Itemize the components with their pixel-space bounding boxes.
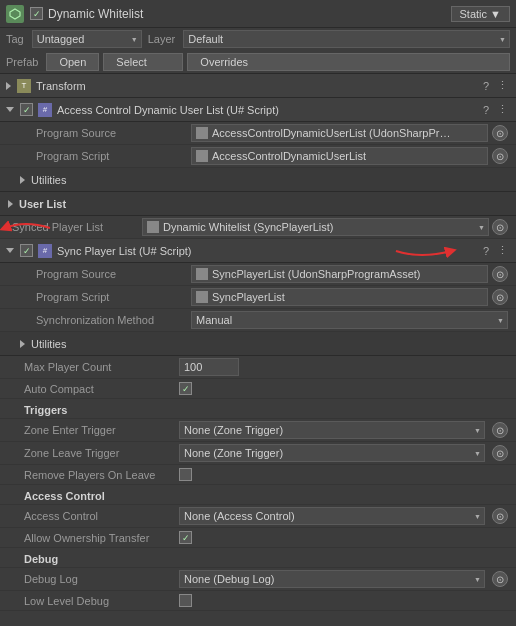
circle-btn-synced[interactable]: ⊙ <box>492 219 508 235</box>
triangle-icon-util1 <box>20 176 25 184</box>
prop-max-player: Max Player Count 100 <box>0 356 516 379</box>
static-dropdown[interactable]: Static ▼ <box>451 6 510 22</box>
prop-allow-ownership: Allow Ownership Transfer <box>0 528 516 548</box>
section-utilities-1[interactable]: Utilities <box>0 168 516 192</box>
circle-btn-zone-enter[interactable]: ⊙ <box>492 422 508 438</box>
low-level-debug-checkbox[interactable] <box>179 594 192 607</box>
program-source-text-1: AccessControlDynamicUserList (UdonSharpP… <box>212 127 450 139</box>
prefab-row: Prefab Open Select Overrides <box>0 50 516 74</box>
program-source-value-1[interactable]: AccessControlDynamicUserList (UdonSharpP… <box>191 124 508 142</box>
auto-compact-label: Auto Compact <box>24 383 179 395</box>
section-transform[interactable]: T Transform ? ⋮ <box>0 74 516 98</box>
asset-icon-3 <box>196 268 208 280</box>
section-access-control-script: # Access Control Dynamic User List (U# S… <box>0 98 516 168</box>
prop-debug-log: Debug Log None (Debug Log) ⊙ <box>0 568 516 591</box>
access-control-prop-value[interactable]: None (Access Control) ⊙ <box>179 507 508 525</box>
max-player-value[interactable]: 100 <box>179 358 508 376</box>
triangle-down-icon-2 <box>6 248 14 253</box>
section-header-sync-player[interactable]: # Sync Player List (U# Script) ? ⋮ <box>0 239 516 263</box>
synced-player-row: Synced Player List Dynamic Whitelist (Sy… <box>0 216 516 239</box>
triangle-icon-userlist <box>8 200 13 208</box>
allow-ownership-checkbox[interactable] <box>179 531 192 544</box>
utilities-2-title: Utilities <box>31 338 510 350</box>
asset-icon-2 <box>196 150 208 162</box>
overrides-button[interactable]: Overrides <box>187 53 510 71</box>
select-button[interactable]: Select <box>103 53 183 71</box>
tag-layer-row: Tag Untagged Layer Default <box>0 28 516 50</box>
synced-player-label: Synced Player List <box>12 221 142 233</box>
section-utilities-2[interactable]: Utilities <box>0 332 516 356</box>
access-control-prop-label: Access Control <box>24 510 179 522</box>
program-source-label-1: Program Source <box>36 127 191 139</box>
program-script-text-1: AccessControlDynamicUserList <box>212 150 366 162</box>
sync-method-value[interactable]: Manual <box>191 311 508 329</box>
zone-leave-text: None (Zone Trigger) <box>184 447 283 459</box>
checkbox-sync-player[interactable] <box>20 244 33 257</box>
circle-btn-zone-leave[interactable]: ⊙ <box>492 445 508 461</box>
section-help-3[interactable]: ? <box>478 243 494 259</box>
category-debug: Debug <box>0 548 516 568</box>
program-script-value-2[interactable]: SyncPlayerList ⊙ <box>191 288 508 306</box>
prefab-label: Prefab <box>6 56 38 68</box>
transform-title: Transform <box>36 80 478 92</box>
section-menu[interactable]: ⋮ <box>494 78 510 94</box>
layer-dropdown[interactable]: Default <box>183 30 510 48</box>
category-triggers: Triggers <box>0 399 516 419</box>
program-script-label-1: Program Script <box>36 150 191 162</box>
section-menu-3[interactable]: ⋮ <box>494 243 510 259</box>
low-level-debug-value[interactable] <box>179 594 508 607</box>
synced-player-value[interactable]: Dynamic Whitelist (SyncPlayerList) ⊙ <box>142 218 508 236</box>
open-button[interactable]: Open <box>46 53 99 71</box>
allow-ownership-value[interactable] <box>179 531 508 544</box>
section-menu-2[interactable]: ⋮ <box>494 102 510 118</box>
script-icon-2: # <box>38 244 52 258</box>
low-level-debug-label: Low Level Debug <box>24 595 179 607</box>
prop-access-control: Access Control None (Access Control) ⊙ <box>0 505 516 528</box>
circle-btn-debug-log[interactable]: ⊙ <box>492 571 508 587</box>
remove-players-checkbox[interactable] <box>179 468 192 481</box>
triangle-down-icon <box>6 107 14 112</box>
section-help[interactable]: ? <box>478 78 494 94</box>
zone-enter-text: None (Zone Trigger) <box>184 424 283 436</box>
debug-log-value[interactable]: None (Debug Log) ⊙ <box>179 570 508 588</box>
utilities-1-title: Utilities <box>31 174 510 186</box>
section-sync-player-script: # Sync Player List (U# Script) ? ⋮ Progr… <box>0 239 516 332</box>
tag-dropdown[interactable]: Untagged <box>32 30 142 48</box>
program-source-value-2[interactable]: SyncPlayerList (UdonSharpProgramAsset) ⊙ <box>191 265 508 283</box>
content-area: T Transform ? ⋮ # Access Control Dynamic… <box>0 74 516 626</box>
asset-icon-4 <box>196 291 208 303</box>
circle-btn-2[interactable]: ⊙ <box>492 148 508 164</box>
remove-players-label: Remove Players On Leave <box>24 469 179 481</box>
circle-btn-access-control[interactable]: ⊙ <box>492 508 508 524</box>
prop-program-script-2: Program Script SyncPlayerList ⊙ <box>0 286 516 309</box>
section-user-list[interactable]: User List <box>0 192 516 216</box>
circle-btn-3[interactable]: ⊙ <box>492 266 508 282</box>
prop-program-source-1: Program Source AccessControlDynamicUserL… <box>0 122 516 145</box>
user-list-title: User List <box>19 198 510 210</box>
synced-player-text: Dynamic Whitelist (SyncPlayerList) <box>163 221 334 233</box>
program-script-value-1[interactable]: AccessControlDynamicUserList ⊙ <box>191 147 508 165</box>
prop-zone-enter: Zone Enter Trigger None (Zone Trigger) ⊙ <box>0 419 516 442</box>
circle-btn-1[interactable]: ⊙ <box>492 125 508 141</box>
zone-enter-label: Zone Enter Trigger <box>24 424 179 436</box>
zone-leave-label: Zone Leave Trigger <box>24 447 179 459</box>
title-checkbox[interactable] <box>30 7 43 20</box>
program-source-label-2: Program Source <box>36 268 191 280</box>
access-control-script-title: Access Control Dynamic User List (U# Scr… <box>57 104 478 116</box>
section-help-2[interactable]: ? <box>478 102 494 118</box>
checkbox-access-control[interactable] <box>20 103 33 116</box>
prop-low-level-debug: Low Level Debug <box>0 591 516 611</box>
transform-icon: T <box>17 79 31 93</box>
zone-leave-value[interactable]: None (Zone Trigger) ⊙ <box>179 444 508 462</box>
circle-btn-4[interactable]: ⊙ <box>492 289 508 305</box>
object-name: Dynamic Whitelist <box>48 7 451 21</box>
remove-players-value[interactable] <box>179 468 508 481</box>
script-icon: # <box>38 103 52 117</box>
zone-enter-value[interactable]: None (Zone Trigger) ⊙ <box>179 421 508 439</box>
section-header-access-control[interactable]: # Access Control Dynamic User List (U# S… <box>0 98 516 122</box>
svg-marker-0 <box>10 9 20 19</box>
auto-compact-value[interactable] <box>179 382 508 395</box>
auto-compact-checkbox[interactable] <box>179 382 192 395</box>
prop-program-script-1: Program Script AccessControlDynamicUserL… <box>0 145 516 168</box>
max-player-label: Max Player Count <box>24 361 179 373</box>
